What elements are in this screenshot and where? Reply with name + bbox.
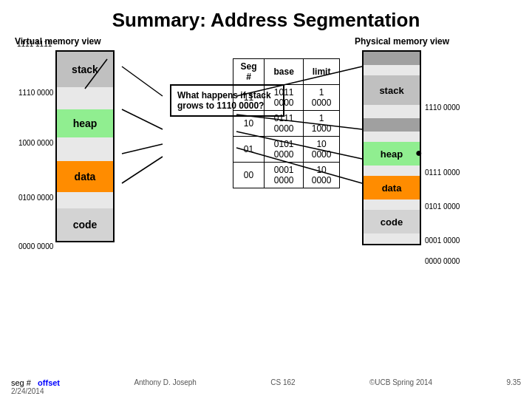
table-cell: 1011 0000 [265,85,304,111]
table-cell: 01 [233,137,265,163]
table-cell: 10 0000 [304,137,340,163]
vm-stack-segment: stack [57,52,113,87]
table-cell: 1 1000 [304,111,340,137]
footer-course: CS 162 [270,378,295,395]
table-cell: 10 0000 [304,163,340,188]
table-row: 010101 000010 0000 [233,137,340,163]
table-cell: 0111 0000 [265,111,304,137]
addr-1111: 1111 1111 [17,40,52,48]
phys-code-segment: code [364,210,420,233]
seg-label: seg # [11,378,31,387]
addr-0100: 0100 0000 [18,194,53,202]
table-row: 111011 00001 0000 [233,85,340,111]
table-cell: 00 [233,163,265,188]
seg-offset-label: seg # offset [11,378,60,387]
phys-data-segment: data [364,176,420,200]
addr-1000: 1000 0000 [18,139,53,147]
phys-addr-0000: 0000 0000 [425,257,460,265]
vm-heap-segment: heap [57,109,113,137]
addr-1110: 1110 0000 [18,89,53,97]
offset-label: offset [38,378,60,387]
phys-stack-segment: stack [364,75,420,105]
segment-table: Seg # base limit 111011 00001 0000100111… [233,58,340,188]
physical-memory-label: Physical memory view [355,36,502,47]
page-title: Summary: Address Segmentation [0,0,532,36]
table-row: 000001 000010 0000 [233,163,340,188]
addr-0000: 0000 0000 [18,242,53,250]
col-limit: limit [304,59,340,85]
physical-memory-diagram: stack 1110 0000 heap 0111 0000 data 0101… [362,50,421,245]
footer-copyright: ©UCB Spring 2014 [369,378,432,395]
footer-date: 2/24/2014 [11,387,60,395]
table-row: 100111 00001 1000 [233,111,340,137]
phys-addr-0111: 0111 0000 [425,168,460,177]
vm-data-segment: data [57,161,113,192]
phys-addr-0101: 0101 0000 [425,202,460,211]
table-cell: 1 0000 [304,85,340,111]
table-cell: 0101 0000 [265,137,304,163]
table-cell: 11 [233,85,265,111]
phys-addr-0001: 0001 0000 [425,236,460,245]
table-cell: 0001 0000 [265,163,304,188]
phys-addr-1110: 1110 0000 [425,103,460,112]
footer: seg # offset 2/24/2014 Anthony D. Joseph… [0,378,532,395]
footer-author: Anthony D. Joseph [134,378,197,395]
col-base: base [265,59,304,85]
col-seg: Seg # [233,59,265,85]
table-cell: 10 [233,111,265,137]
vm-code-segment: code [57,208,113,241]
phys-heap-segment: heap [364,142,420,166]
footer-page: 9.35 [506,378,520,395]
